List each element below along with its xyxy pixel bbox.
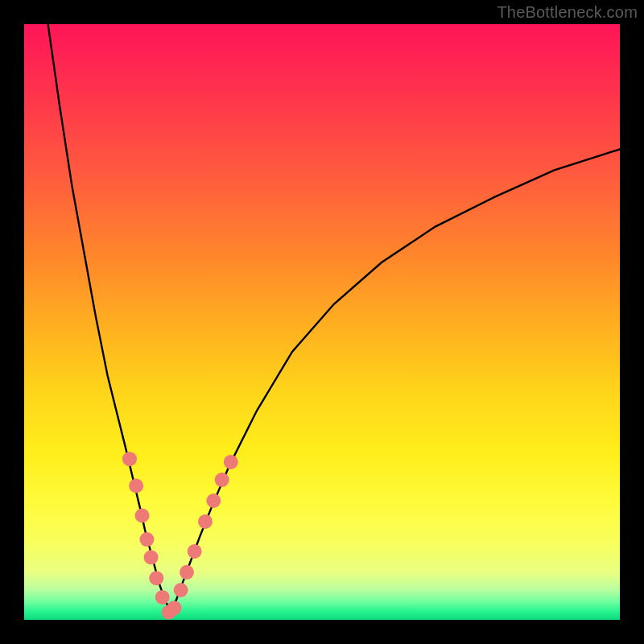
data-point	[215, 473, 229, 487]
data-point	[224, 455, 238, 469]
data-point	[198, 514, 213, 529]
data-point	[206, 493, 221, 508]
data-point	[149, 571, 163, 585]
data-point	[174, 583, 188, 597]
data-point	[122, 452, 137, 466]
watermark-text: TheBottleneck.com	[497, 3, 638, 22]
data-point	[129, 479, 143, 493]
data-point	[155, 590, 170, 605]
data-point	[167, 601, 181, 615]
data-point	[180, 565, 194, 580]
dots-right	[167, 455, 237, 615]
curves-layer	[24, 24, 620, 620]
curve-left	[48, 24, 171, 613]
chart-frame: TheBottleneck.com	[0, 0, 644, 644]
data-point	[135, 509, 150, 523]
plot-area	[24, 24, 620, 620]
data-point	[139, 532, 154, 547]
curve-right	[171, 149, 620, 613]
data-point	[144, 550, 159, 564]
dots-left	[122, 452, 176, 619]
data-point	[188, 544, 202, 559]
